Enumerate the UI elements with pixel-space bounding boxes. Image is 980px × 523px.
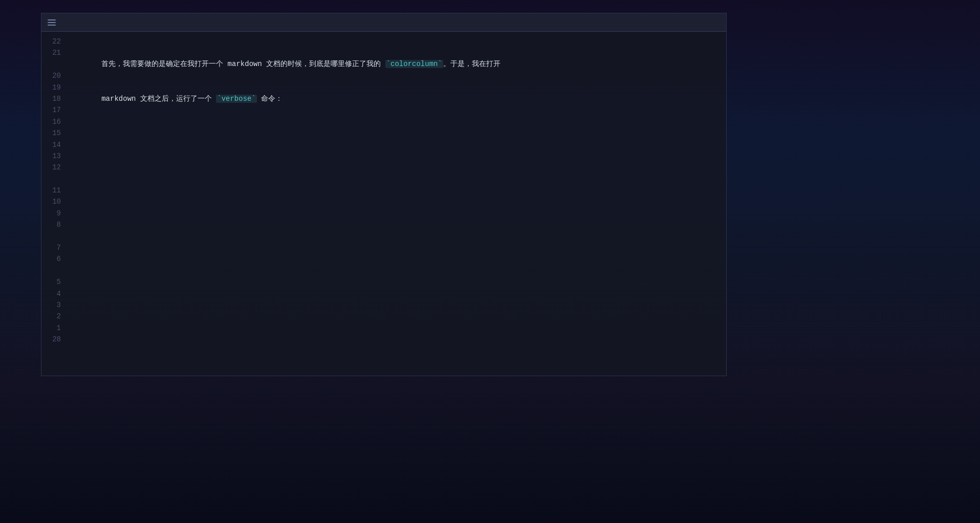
close-button[interactable] — [709, 17, 720, 28]
window-menu-icon — [48, 19, 56, 26]
title-bar — [41, 13, 726, 32]
line-numbers: 22 21 20 19 18 17 16 15 14 13 12 11 10 9… — [41, 36, 67, 372]
line-22 — [67, 36, 718, 47]
editor-content: 22 21 20 19 18 17 16 15 14 13 12 11 10 9… — [41, 32, 726, 376]
line-21: 首先，我需要做的是确定在我打开一个 markdown 文档的时候，到底是哪里修正… — [67, 47, 718, 81]
line-21-cont: markdown 文档之后，运行了一个 `verbose` 命令： — [67, 81, 718, 116]
code-area: 首先，我需要做的是确定在我打开一个 markdown 文档的时候，到底是哪里修正… — [67, 36, 726, 372]
editor-window: 22 21 20 19 18 17 16 15 14 13 12 11 10 9… — [41, 13, 727, 376]
line-20 — [67, 116, 718, 127]
